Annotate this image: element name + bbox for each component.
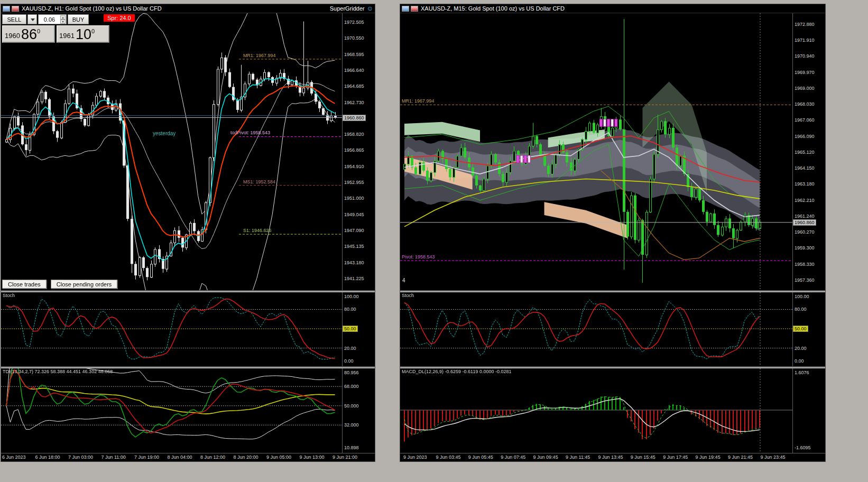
price-tick: 1949.045	[344, 212, 364, 217]
price-tick: 1943.180	[344, 260, 364, 265]
time-label: 9 Jun 07:45	[501, 455, 525, 460]
price-tick: 1969.970	[795, 70, 815, 75]
price-tick: 1941.225	[344, 276, 364, 281]
main-chart-canvas-h1[interactable]	[1, 13, 342, 290]
ea-status-icon[interactable]: ☺	[367, 5, 373, 12]
price-tick: 1962.210	[795, 198, 815, 203]
chart-icon	[402, 6, 409, 12]
tdi-axis[interactable]: 80.95668.00050.00032.00010.898	[342, 368, 375, 453]
time-label: 9 Jun 13:00	[300, 455, 325, 460]
lot-decrease-button[interactable]: ▾	[60, 20, 66, 24]
lot-stepper: ▴▾	[60, 15, 66, 23]
indicator-icon	[12, 6, 19, 12]
price-axis-m15[interactable]: 1972.8801971.9101970.9401969.9701969.000…	[792, 13, 825, 290]
buy-button[interactable]: BUY	[68, 14, 89, 24]
price-tick: 20.00	[795, 346, 807, 351]
indicator-label-stoch: Stoch	[402, 293, 414, 298]
time-label: 7 Jun 11:00	[101, 455, 126, 460]
price-tick: -1.6095	[795, 445, 811, 450]
price-tick: 80.956	[344, 370, 359, 375]
bid-price-point: 0	[37, 28, 40, 34]
bid-price-pips: 86	[21, 28, 37, 42]
time-label: 9 Jun 13:45	[598, 455, 623, 460]
close-pending-orders-button[interactable]: Close pending orders	[51, 280, 118, 289]
yesterday-label: yesterday	[153, 131, 176, 136]
stoch-canvas-h1[interactable]	[1, 292, 342, 366]
price-tick: 1945.135	[344, 244, 364, 249]
price-tick: 1958.330	[795, 262, 815, 267]
window-title: XAUUSD-Z, H1: Gold Spot (100 oz) vs US D…	[22, 5, 162, 12]
lot-dropdown-button[interactable]	[27, 14, 37, 24]
price-tick: 80.00	[344, 307, 356, 312]
price-axis-h1[interactable]: 1972.5051970.5501968.5951966.6401964.685…	[342, 13, 375, 290]
current-price-badge: 1960.860	[793, 219, 816, 226]
ask-price-pips: 10	[76, 28, 91, 42]
time-label: 8 Jun 20:00	[234, 455, 258, 460]
price-tick: 1951.000	[344, 196, 364, 201]
price-tick: 1965.120	[795, 150, 815, 155]
price-tick: 1957.360	[795, 277, 815, 283]
window-title: XAUUSD-Z, M15: Gold Spot (100 oz) vs US …	[421, 5, 565, 12]
time-label: 7 Jun 19:00	[134, 455, 159, 460]
level-label: MR1: 1967.994	[402, 98, 435, 104]
price-tick: 1964.685	[344, 84, 364, 89]
price-tick: 1960.270	[795, 229, 815, 235]
price-tick: 1958.820	[344, 132, 364, 137]
bid-price-box[interactable]: 1960860	[2, 25, 55, 43]
price-tick: 1970.550	[344, 35, 364, 41]
level-label: MR1: 1967.994	[243, 53, 276, 58]
price-tick: 1962.730	[344, 100, 364, 105]
bid-price-main: 1960	[5, 32, 20, 40]
price-tick: 0.00	[344, 358, 354, 364]
ask-price-box[interactable]: 1961100	[57, 25, 109, 43]
close-trades-button[interactable]: Close trades	[2, 280, 47, 289]
macd-axis[interactable]: 1.6076-1.6095	[792, 368, 825, 453]
price-tick: 0.00	[795, 358, 804, 364]
time-label: 6 Jun 18:00	[35, 455, 60, 460]
window-titlebar-h1[interactable]: XAUUSD-Z, H1: Gold Spot (100 oz) vs US D…	[1, 4, 375, 13]
price-tick: 1968.595	[344, 52, 364, 57]
tdi-canvas[interactable]	[1, 368, 342, 453]
price-tick: 1971.910	[795, 38, 815, 43]
spread-badge: Spr: 24.0	[104, 14, 135, 22]
time-label: 9 Jun 15:45	[631, 455, 655, 460]
price-tick: 1968.030	[795, 101, 815, 107]
price-tick: 1964.150	[795, 165, 815, 171]
current-price-badge: 50.00	[793, 326, 808, 332]
price-tick: 1952.955	[344, 180, 364, 185]
price-tick: 1966.090	[795, 134, 815, 139]
stoch-axis-h1[interactable]: 100.0080.0020.000.0050.00	[342, 292, 375, 366]
ask-price-main: 1961	[59, 32, 75, 40]
time-label: 9 Jun 03:45	[436, 455, 460, 460]
time-label: 7 Jun 03:00	[68, 455, 93, 460]
indicator-label-macd: MACD_DL(12,26,9) -0.6259 -0.6119 0.0000 …	[402, 369, 511, 374]
macd-canvas[interactable]	[400, 368, 792, 453]
level-label: todPivot: 1958.543	[230, 130, 270, 135]
price-tick: 1956.865	[344, 147, 364, 153]
price-tick: 32.000	[344, 422, 359, 428]
current-price-badge: 50.00	[343, 326, 358, 332]
sell-button[interactable]: SELL	[2, 14, 26, 24]
price-tick: 20.00	[344, 346, 356, 351]
main-chart-canvas-m15[interactable]	[400, 13, 792, 290]
indicator-icon	[411, 6, 418, 12]
price-tick: 68.000	[344, 384, 359, 389]
time-label: 9 Jun 17:45	[663, 455, 688, 460]
lot-size-input[interactable]: 0.06 ▴▾	[38, 14, 67, 24]
price-tick: 1969.000	[795, 86, 815, 91]
price-tick: 1967.060	[795, 117, 815, 123]
time-label: 9 Jun 2023	[403, 455, 427, 460]
time-label: 9 Jun 11:45	[566, 455, 590, 460]
price-tick: 100.00	[344, 294, 359, 299]
mt4-desktop: { "icons": {"ea_smiley": "☺", "caret_dow…	[0, 0, 868, 482]
time-axis-h1[interactable]: 6 Jun 20236 Jun 18:007 Jun 03:007 Jun 11…	[1, 453, 375, 461]
window-titlebar-m15[interactable]: XAUUSD-Z, M15: Gold Spot (100 oz) vs US …	[400, 4, 825, 13]
stoch-axis-m15[interactable]: 100.0080.0020.000.0050.00	[792, 292, 825, 366]
lot-increase-button[interactable]: ▴	[60, 15, 66, 20]
price-tick: 100.00	[795, 294, 809, 299]
time-axis-m15[interactable]: 9 Jun 20239 Jun 03:459 Jun 05:459 Jun 07…	[400, 453, 825, 461]
time-label: 8 Jun 12:00	[200, 455, 225, 460]
stoch-canvas-m15[interactable]	[400, 292, 792, 366]
time-label: 9 Jun 05:00	[266, 455, 291, 460]
price-tick: 1947.090	[344, 228, 364, 233]
